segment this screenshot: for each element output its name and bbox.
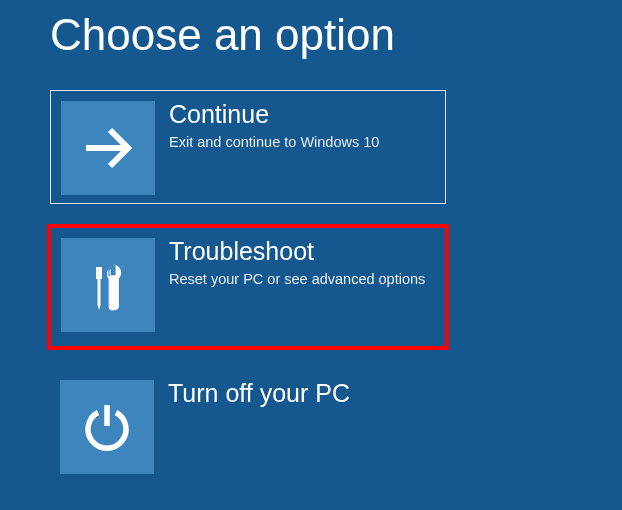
svg-rect-2 bbox=[98, 279, 101, 305]
power-icon bbox=[79, 399, 135, 455]
troubleshoot-desc: Reset your PC or see advanced options bbox=[169, 270, 425, 289]
arrow-right-icon bbox=[80, 120, 136, 176]
options-list: Continue Exit and continue to Windows 10 bbox=[50, 90, 622, 484]
continue-text: Continue Exit and continue to Windows 10 bbox=[155, 101, 379, 151]
troubleshoot-icon-box bbox=[61, 238, 155, 332]
svg-rect-1 bbox=[96, 267, 102, 279]
continue-desc: Exit and continue to Windows 10 bbox=[169, 133, 379, 152]
troubleshoot-text: Troubleshoot Reset your PC or see advanc… bbox=[155, 238, 425, 288]
continue-title: Continue bbox=[169, 101, 379, 129]
continue-tile[interactable]: Continue Exit and continue to Windows 10 bbox=[50, 90, 446, 204]
troubleshoot-title: Troubleshoot bbox=[169, 238, 425, 266]
svg-marker-3 bbox=[98, 305, 101, 310]
page-title: Choose an option bbox=[50, 10, 622, 60]
troubleshoot-tile[interactable]: Troubleshoot Reset your PC or see advanc… bbox=[47, 224, 449, 350]
turn-off-text: Turn off your PC bbox=[154, 380, 350, 412]
turn-off-tile[interactable]: Turn off your PC bbox=[50, 370, 446, 484]
turn-off-icon-box bbox=[60, 380, 154, 474]
continue-icon-box bbox=[61, 101, 155, 195]
turn-off-title: Turn off your PC bbox=[168, 380, 350, 408]
tools-icon bbox=[80, 257, 136, 313]
